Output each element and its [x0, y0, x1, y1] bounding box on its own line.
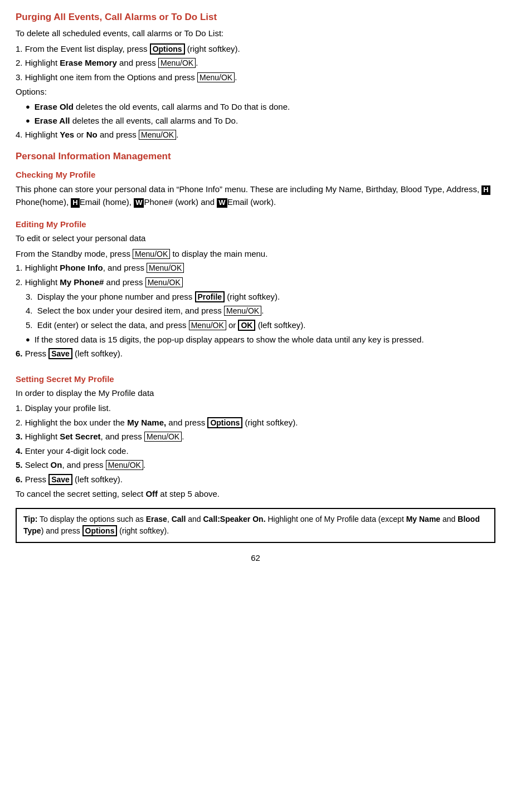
editing-step6: 6. Press Save (left softkey).	[16, 347, 495, 360]
badge-h1: H	[481, 185, 490, 195]
page-number: 62	[16, 553, 495, 562]
purge-step4: 4. Highlight Yes or No and press Menu/OK…	[16, 128, 495, 141]
purge-step2: 2. Highlight Erase Memory and press Menu…	[16, 56, 495, 70]
options-key3: Options	[82, 525, 118, 536]
options-key2: Options	[207, 417, 242, 428]
editing-intro: To edit or select your personal data	[16, 232, 495, 244]
editing-step1: 1. Highlight Phone Info, and press Menu/…	[16, 261, 495, 275]
editing-title: Editing My Profile	[16, 218, 495, 231]
checking-intro: This phone can store your personal data …	[16, 183, 495, 209]
pim-title: Personal Information Management	[16, 149, 495, 164]
menuok-key10: Menu/OK	[106, 460, 143, 470]
secret-step3: 3. Highlight Set Secret, and press Menu/…	[16, 430, 495, 443]
tip-box: Tip: To display the options such as Eras…	[16, 508, 495, 543]
badge-w1: W	[134, 198, 144, 208]
ok-key: OK	[238, 320, 255, 331]
menuok-key: Menu/OK	[158, 58, 196, 68]
purge-options-label: Options:	[16, 85, 495, 98]
badge-h2: H	[71, 198, 79, 208]
save-key2: Save	[48, 474, 72, 485]
editing-step2: 2. Highlight My Phone# and press Menu/OK	[16, 276, 495, 289]
editing-bullet-text: If the stored data is 15 digits, the pop…	[35, 333, 424, 346]
badge-w2: W	[217, 198, 227, 208]
cancel-text: To cancel the secret setting, select Off…	[16, 487, 495, 500]
menuok-key5: Menu/OK	[147, 263, 184, 273]
secret-step1: 1. Display your profile list.	[16, 402, 495, 414]
tip-content: Tip: To display the options such as Eras…	[23, 515, 480, 537]
erase-old-label: Erase Old deletes the old events, call a…	[35, 100, 290, 113]
secret-title: Setting Secret My Profile	[16, 373, 495, 385]
secret-step2: 2. Highlight the box under the My Name, …	[16, 416, 495, 429]
menuok-key6: Menu/OK	[145, 277, 183, 287]
menuok-key2: Menu/OK	[197, 72, 235, 82]
save-key: Save	[48, 348, 72, 359]
menuok-key8: Menu/OK	[189, 320, 226, 330]
purge-intro: To delete all scheduled events, call ala…	[16, 27, 495, 40]
erase-all-item: Erase All deletes the all events, call a…	[26, 114, 495, 127]
editing-bullet-item: If the stored data is 15 digits, the pop…	[26, 333, 495, 346]
editing-step4: 4. Select the box under your desired ite…	[26, 304, 495, 317]
options-key: Options	[150, 43, 185, 55]
editing-standby: From the Standby mode, press Menu/OK to …	[16, 247, 495, 261]
erase-old-item: Erase Old deletes the old events, call a…	[26, 100, 495, 113]
secret-step6: 6. Press Save (left softkey).	[16, 473, 495, 486]
purge-step1: 1. From the Event list display, press Op…	[16, 42, 495, 56]
editing-step5: 5. Edit (enter) or select the data, and …	[26, 319, 495, 332]
secret-step4: 4. Enter your 4-digit lock code.	[16, 444, 495, 457]
menuok-key3: Menu/OK	[139, 130, 176, 140]
secret-step5: 5. Select On, and press Menu/OK.	[16, 458, 495, 472]
menuok-key4: Menu/OK	[133, 249, 170, 259]
secret-intro: In order to display the My Profile data	[16, 387, 495, 399]
purge-bullet-list: Erase Old deletes the old events, call a…	[26, 100, 495, 128]
editing-step3: 3. Display the your phone number and pre…	[26, 290, 495, 304]
editing-bullet-list: If the stored data is 15 digits, the pop…	[26, 333, 495, 346]
erase-all-label: Erase All deletes the all events, call a…	[35, 114, 238, 127]
checking-title: Checking My Profile	[16, 168, 495, 181]
purge-step3: 3. Highlight one item from the Options a…	[16, 71, 495, 84]
menuok-key9: Menu/OK	[144, 432, 182, 442]
profile-key: Profile	[195, 291, 225, 302]
menuok-key7: Menu/OK	[224, 306, 261, 316]
purge-title: Purging All Events, Call Alarms or To Do…	[16, 10, 495, 25]
